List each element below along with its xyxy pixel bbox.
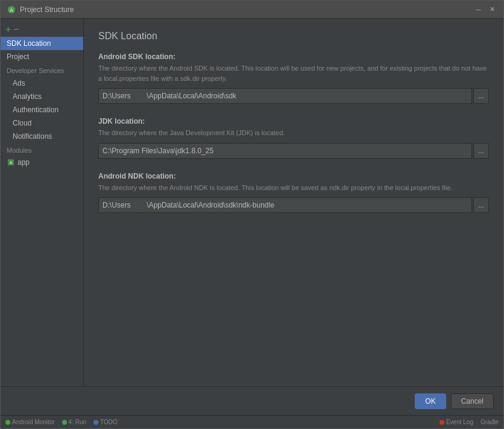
event-log-status-dot [439,420,444,425]
window-title: Project Structure [20,5,473,14]
todo-status-dot [93,420,98,425]
statusbar-event-log[interactable]: Event Log [439,419,473,425]
cancel-button[interactable]: Cancel [451,393,494,409]
title-bar: A Project Structure ─ ✕ [1,1,503,19]
page-title: SDK Location [98,31,489,42]
statusbar-gradle[interactable]: Gradle [480,419,499,425]
svg-text:A: A [10,160,13,165]
android-sdk-group: Android SDK location: The directory wher… [98,52,489,104]
gradle-label: Gradle [480,419,499,425]
minus-button[interactable]: − [13,25,19,34]
run-status-dot [62,420,67,425]
jdk-input-row: ... [98,143,489,159]
android-ndk-label: Android NDK location: [98,172,489,180]
sidebar-item-app[interactable]: A app [1,156,83,168]
jdk-label: JDK location: [98,117,489,126]
statusbar-run[interactable]: 4: Run [62,419,86,425]
dialog-footer: OK Cancel [1,386,503,415]
sidebar-item-notifications[interactable]: Notifications [1,130,83,143]
statusbar: Android Monitor 4: Run TODO Event Log Gr… [1,415,503,428]
sidebar-item-ads[interactable]: Ads [1,77,83,90]
android-ndk-desc: The directory where the Android NDK is l… [98,183,489,193]
close-button[interactable]: ✕ [487,4,497,15]
sidebar-item-analytics[interactable]: Analytics [1,90,83,103]
todo-label: TODO [100,419,118,425]
android-sdk-label: Android SDK location: [98,52,489,61]
statusbar-monitor[interactable]: Android Monitor [5,419,55,425]
dialog-body: + − SDK Location Project Developer Servi… [1,19,503,386]
android-ndk-input-row: ... [98,197,489,213]
jdk-input[interactable] [98,143,472,159]
monitor-label: Android Monitor [12,419,55,425]
jdk-desc: The directory where the Java Development… [98,128,489,138]
ok-button[interactable]: OK [415,393,446,409]
android-sdk-input[interactable] [98,88,472,104]
sidebar-item-sdk-location[interactable]: SDK Location [1,37,83,50]
sidebar-section-modules: Modules [1,143,83,156]
sidebar-item-authentication[interactable]: Authentication [1,103,83,116]
run-label: 4: Run [69,419,86,425]
sidebar-item-project[interactable]: Project [1,50,83,63]
window-icon: A [7,5,16,14]
jdk-group: JDK location: The directory where the Ja… [98,117,489,159]
project-structure-dialog: A Project Structure ─ ✕ + − SDK Location… [0,0,504,429]
android-sdk-input-row: ... [98,88,489,104]
android-ndk-group: Android NDK location: The directory wher… [98,172,489,214]
android-ndk-browse-button[interactable]: ... [473,197,489,213]
sidebar-header: + − [1,22,83,37]
minimize-button[interactable]: ─ [473,4,484,15]
add-button[interactable]: + [5,25,11,34]
jdk-browse-button[interactable]: ... [473,143,489,159]
event-log-label: Event Log [446,419,473,425]
main-content: SDK Location Android SDK location: The d… [84,19,503,386]
svg-text:A: A [10,7,13,13]
sidebar-item-cloud[interactable]: Cloud [1,116,83,130]
app-module-label: app [17,158,30,167]
app-module-icon: A [7,158,15,167]
android-ndk-input[interactable] [98,197,472,213]
sidebar-section-developer-services: Developer Services [1,63,83,77]
statusbar-todo[interactable]: TODO [93,419,118,425]
sidebar: + − SDK Location Project Developer Servi… [1,19,84,386]
android-sdk-browse-button[interactable]: ... [473,88,489,104]
android-sdk-desc: The directory where the Android SDK is l… [98,63,489,83]
monitor-status-dot [5,420,10,425]
window-controls: ─ ✕ [473,4,497,15]
